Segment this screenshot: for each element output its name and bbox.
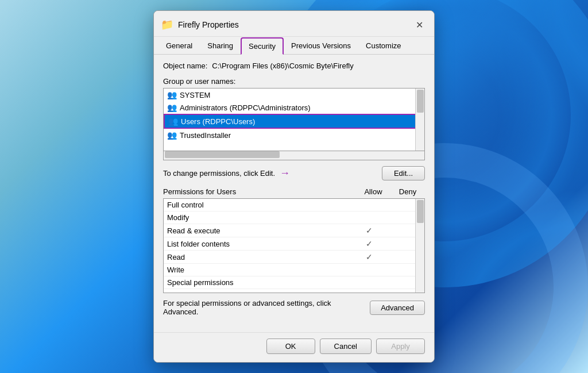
properties-dialog: 📁 Firefly Properties ✕ General Sharing S… <box>153 10 435 363</box>
perm-row-write[interactable]: Write <box>164 264 424 276</box>
object-name-label: Object name: <box>163 61 207 70</box>
perm-row-list-folder[interactable]: List folder contents ✓ <box>164 237 424 251</box>
user-item-users[interactable]: 👥 Users (RDPPC\Users) <box>164 114 424 129</box>
close-button[interactable]: ✕ <box>411 17 427 33</box>
tab-customize[interactable]: Customize <box>358 37 408 55</box>
edit-button[interactable]: Edit... <box>382 166 425 180</box>
object-name-value: C:\Program Files (x86)\Cosmic Byte\Firef… <box>212 61 353 70</box>
folder-icon: 📁 <box>161 18 173 31</box>
allow-column-header: Allow <box>356 187 390 196</box>
users-list[interactable]: 👥 SYSTEM 👥 Administrators (RDPPC\Adminis… <box>163 88 425 151</box>
tabs-bar: General Sharing Security Previous Versio… <box>154 37 434 55</box>
bottom-bar: OK Cancel Apply <box>154 332 434 362</box>
permissions-scrollbar[interactable] <box>415 199 424 293</box>
user-icon-users: 👥 <box>168 117 177 126</box>
tab-previous-versions[interactable]: Previous Versions <box>284 37 358 55</box>
perm-name-full-control: Full control <box>167 201 352 209</box>
dialog-title: Firefly Properties <box>178 20 239 29</box>
deny-column-header: Deny <box>390 187 425 196</box>
user-item-trustedinstaller[interactable]: 👥 TrustedInstaller <box>164 129 424 141</box>
perm-allow-list-folder: ✓ <box>352 239 386 248</box>
edit-hint-text: To change permissions, click Edit. <box>163 169 275 178</box>
users-scrollbar-horizontal[interactable] <box>163 151 425 160</box>
permissions-header: Permissions for Users Allow Deny <box>163 187 425 196</box>
tab-general[interactable]: General <box>158 37 200 55</box>
advanced-button[interactable]: Advanced <box>370 301 425 315</box>
user-label-administrators: Administrators (RDPPC\Administrators) <box>180 103 311 112</box>
perm-allow-read: ✓ <box>352 252 386 262</box>
user-icon-administrators: 👥 <box>167 103 176 112</box>
user-item-administrators[interactable]: 👥 Administrators (RDPPC\Administrators) <box>164 101 424 114</box>
permissions-table: Full control Modify Read & execute ✓ Lis… <box>163 198 425 293</box>
arrow-icon: → <box>280 167 290 179</box>
perm-scroll-thumb <box>417 200 424 223</box>
perm-row-special[interactable]: Special permissions <box>164 276 424 289</box>
title-bar-left: 📁 Firefly Properties <box>161 18 239 31</box>
tab-security[interactable]: Security <box>241 37 284 55</box>
user-icon-system: 👥 <box>167 90 176 99</box>
user-item-system[interactable]: 👥 SYSTEM <box>164 89 424 101</box>
object-name-row: Object name: C:\Program Files (x86)\Cosm… <box>163 61 425 70</box>
cancel-button[interactable]: Cancel <box>320 339 372 354</box>
users-scrollbar-vertical[interactable] <box>415 89 424 151</box>
scroll-thumb-horizontal <box>165 151 280 158</box>
perm-allow-read-execute: ✓ <box>352 226 386 235</box>
perm-row-read[interactable]: Read ✓ <box>164 251 424 264</box>
perm-name-list-folder: List folder contents <box>167 240 352 248</box>
special-text: For special permissions or advanced sett… <box>163 299 347 316</box>
perm-name-write: Write <box>167 266 352 274</box>
perm-row-modify[interactable]: Modify <box>164 212 424 224</box>
dialog-content: Object name: C:\Program Files (x86)\Cosm… <box>154 55 434 332</box>
perm-name-read: Read <box>167 253 352 262</box>
title-bar: 📁 Firefly Properties ✕ <box>154 11 434 37</box>
user-label-trustedinstaller: TrustedInstaller <box>180 131 231 140</box>
apply-button[interactable]: Apply <box>376 339 425 354</box>
perm-name-read-execute: Read & execute <box>167 226 352 235</box>
user-icon-trustedinstaller: 👥 <box>167 130 176 140</box>
permissions-label: Permissions for Users <box>163 187 356 196</box>
perm-row-read-execute[interactable]: Read & execute ✓ <box>164 224 424 237</box>
perm-name-modify: Modify <box>167 213 352 222</box>
edit-row: To change permissions, click Edit. → Edi… <box>163 166 425 180</box>
user-label-system: SYSTEM <box>180 91 210 99</box>
scroll-thumb-vertical <box>417 90 424 113</box>
user-label-users: Users (RDPPC\Users) <box>181 117 255 126</box>
perm-name-special: Special permissions <box>167 278 352 287</box>
group-users-label: Group or user names: <box>163 77 425 86</box>
perm-row-full-control[interactable]: Full control <box>164 199 424 212</box>
tab-sharing[interactable]: Sharing <box>200 37 241 55</box>
ok-button[interactable]: OK <box>266 339 315 354</box>
special-permissions-row: For special permissions or advanced sett… <box>163 299 425 316</box>
edit-hint-container: To change permissions, click Edit. → <box>163 167 290 179</box>
